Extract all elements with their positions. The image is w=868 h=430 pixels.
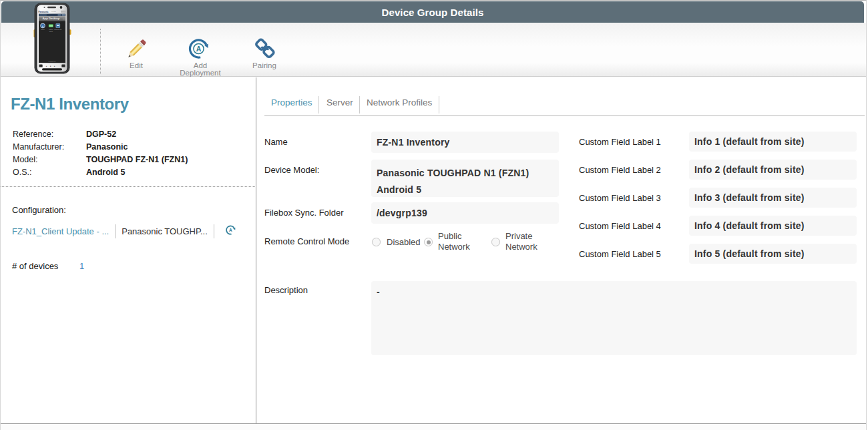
svg-text:panasonic: panasonic [49, 61, 57, 63]
svg-text:Client: Client [49, 31, 53, 32]
svg-text:A: A [196, 45, 202, 53]
svg-text:Menu: Menu [41, 29, 45, 30]
svg-text:FZ-N1: FZ-N1 [51, 11, 56, 13]
svg-text:App Desktop: App Desktop [43, 17, 60, 20]
svg-text:●: ● [50, 65, 51, 67]
svg-text:A: A [229, 228, 232, 232]
svg-text:Panasonic: Panasonic [39, 11, 49, 13]
svg-text:System Info: System Info [54, 29, 62, 30]
